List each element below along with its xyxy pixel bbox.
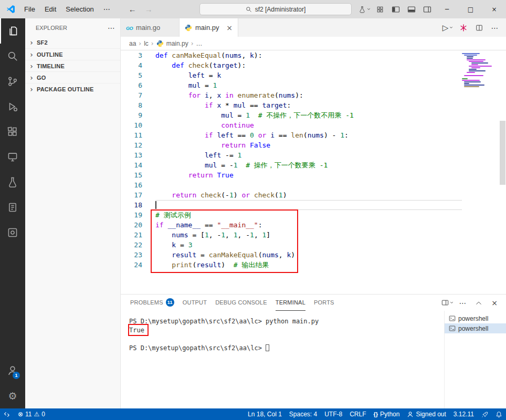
code-text[interactable]: mul = 1 # 不操作，下一个数不用乘 -1 bbox=[155, 110, 462, 120]
code-line[interactable]: 4 def check(target): bbox=[121, 60, 462, 70]
code-line[interactable]: 9 mul = 1 # 不操作，下一个数不用乘 -1 bbox=[121, 110, 462, 120]
menu-selection[interactable]: Selection bbox=[61, 0, 98, 18]
more-actions-icon[interactable]: ⋯ bbox=[457, 297, 469, 309]
breadcrumb-item[interactable]: … bbox=[196, 40, 203, 47]
code-text[interactable]: # 测试示例 bbox=[155, 210, 462, 220]
status-signed-out[interactable]: Signed out bbox=[403, 408, 449, 420]
menu-edit[interactable]: Edit bbox=[40, 0, 61, 18]
status-ln-18-col-1[interactable]: Ln 18, Col 1 bbox=[244, 408, 286, 420]
code-line[interactable]: 10 continue bbox=[121, 120, 462, 130]
line-number[interactable]: 4 bbox=[121, 60, 155, 70]
line-number[interactable]: 17 bbox=[121, 190, 155, 200]
line-number[interactable]: 13 bbox=[121, 150, 155, 160]
problems-status[interactable]: ⊗ 11 ⚠ 0 bbox=[14, 408, 49, 420]
code-text[interactable]: if left == 0 or i == len(nums) - 1: bbox=[155, 130, 462, 140]
account-icon[interactable]: 1 bbox=[0, 358, 25, 383]
panel-tab-terminal[interactable]: TERMINAL bbox=[276, 295, 305, 311]
code-text[interactable]: result = canMakeEqual(nums, k) bbox=[155, 250, 462, 260]
code-line[interactable]: 21 nums = [1, -1, 1, -1, 1] bbox=[121, 230, 462, 240]
customize-layout-icon[interactable] bbox=[372, 0, 388, 18]
code-line[interactable]: 23 result = canMakeEqual(nums, k) bbox=[121, 250, 462, 260]
source-control-icon[interactable] bbox=[0, 69, 25, 94]
code-line[interactable]: 11 if left == 0 or i == len(nums) - 1: bbox=[121, 130, 462, 140]
sidebar-section-package-outline[interactable]: ›PACKAGE OUTLINE bbox=[25, 83, 120, 94]
run-python-file-icon[interactable]: ▷ bbox=[441, 21, 455, 35]
line-number[interactable]: 3 bbox=[121, 50, 155, 60]
code-line[interactable]: 20if __name__ == "__main__": bbox=[121, 220, 462, 230]
breadcrumb-item[interactable]: aa bbox=[129, 40, 136, 47]
maximize-button[interactable]: □ bbox=[459, 0, 482, 18]
line-number[interactable]: 20 bbox=[121, 220, 155, 230]
code-text[interactable]: nums = [1, -1, 1, -1, 1] bbox=[155, 230, 462, 240]
explorer-icon[interactable] bbox=[0, 18, 25, 44]
breadcrumb[interactable]: aa›lc›main.py›… bbox=[121, 37, 506, 50]
code-text[interactable]: left = k bbox=[155, 70, 462, 80]
minimize-button[interactable]: ─ bbox=[435, 0, 459, 18]
line-number[interactable]: 14 bbox=[121, 160, 155, 170]
code-line[interactable]: 12 return False bbox=[121, 140, 462, 150]
code-line[interactable]: 17 return check(-1) or check(1) bbox=[121, 190, 462, 200]
line-number[interactable]: 21 bbox=[121, 230, 155, 240]
status-spaces-4[interactable]: Spaces: 4 bbox=[286, 408, 321, 420]
launcher[interactable] bbox=[478, 408, 492, 420]
extensions-icon[interactable] bbox=[0, 119, 25, 144]
scrollbar[interactable] bbox=[499, 50, 506, 294]
code-text[interactable]: continue bbox=[155, 120, 462, 130]
toggle-secondary-sidebar-icon[interactable] bbox=[419, 0, 435, 18]
panel-tab-problems[interactable]: PROBLEMS11 bbox=[130, 295, 174, 311]
line-number[interactable]: 19 bbox=[121, 210, 155, 220]
notifications-bell[interactable] bbox=[492, 408, 506, 420]
code-text[interactable]: left -= 1 bbox=[155, 150, 462, 160]
split-editor-icon[interactable] bbox=[472, 21, 486, 35]
line-number[interactable]: 10 bbox=[121, 120, 155, 130]
code-line[interactable]: 6 mul = 1 bbox=[121, 80, 462, 90]
status-utf-8[interactable]: UTF-8 bbox=[321, 408, 346, 420]
forward-arrow-icon[interactable]: → bbox=[145, 5, 153, 14]
code-line[interactable]: 14 mul = -1 # 操作，下一个数要乘 -1 bbox=[121, 160, 462, 170]
code-text[interactable]: def canMakeEqual(nums, k): bbox=[155, 50, 462, 60]
line-number[interactable]: 24 bbox=[121, 260, 155, 270]
line-number[interactable]: 9 bbox=[121, 110, 155, 120]
status-3-12-11[interactable]: 3.12.11 bbox=[450, 408, 478, 420]
remote-explorer-icon[interactable] bbox=[0, 144, 25, 170]
sidebar-section-outline[interactable]: ›OUTLINE bbox=[25, 48, 120, 60]
line-number[interactable]: 23 bbox=[121, 250, 155, 260]
code-line[interactable]: 5 left = k bbox=[121, 70, 462, 80]
code-text[interactable]: return check(-1) or check(1) bbox=[155, 190, 462, 200]
line-number[interactable]: 11 bbox=[121, 130, 155, 140]
code-text[interactable]: mul = 1 bbox=[155, 80, 462, 90]
code-text[interactable]: if __name__ == "__main__": bbox=[155, 220, 462, 230]
terminal-instance[interactable]: powershell bbox=[445, 323, 506, 333]
breadcrumb-item[interactable]: lc bbox=[144, 40, 149, 47]
panel-tab-ports[interactable]: PORTS bbox=[314, 295, 334, 311]
code-line[interactable]: 15 return True bbox=[121, 170, 462, 180]
code-line[interactable]: 8 if x * mul == target: bbox=[121, 100, 462, 110]
formatter-extension-icon[interactable] bbox=[457, 21, 470, 35]
tools-icon[interactable] bbox=[0, 220, 25, 245]
code-line[interactable]: 24 print(result) # 输出结果 bbox=[121, 260, 462, 270]
terminal-instance[interactable]: powershell bbox=[445, 313, 506, 323]
tab-main-py[interactable]: main.py× bbox=[180, 18, 238, 37]
line-number[interactable]: 8 bbox=[121, 100, 155, 110]
code-line[interactable]: 22 k = 3 bbox=[121, 240, 462, 250]
panel-tab-debug-console[interactable]: DEBUG CONSOLE bbox=[215, 295, 267, 311]
more-actions-icon[interactable]: ⋯ bbox=[108, 24, 115, 32]
scrollbar-thumb[interactable] bbox=[500, 121, 505, 185]
code-text[interactable]: for i, x in enumerate(nums): bbox=[155, 90, 462, 100]
panel-tab-output[interactable]: OUTPUT bbox=[183, 295, 207, 311]
toggle-panel-icon[interactable] bbox=[404, 0, 419, 18]
code-line[interactable]: 13 left -= 1 bbox=[121, 150, 462, 160]
back-arrow-icon[interactable]: ← bbox=[129, 5, 136, 14]
testing-icon[interactable] bbox=[0, 170, 25, 195]
flask-dropdown-icon[interactable] bbox=[356, 0, 372, 18]
remote-indicator-icon[interactable] bbox=[0, 408, 14, 420]
tab-main-go[interactable]: GOmain.go bbox=[121, 18, 180, 37]
minimap[interactable] bbox=[462, 50, 499, 294]
code-text[interactable]: mul = -1 # 操作，下一个数要乘 -1 bbox=[155, 160, 462, 170]
sidebar-section-timeline[interactable]: ›TIMELINE bbox=[25, 60, 120, 71]
code-line[interactable]: 16 bbox=[121, 180, 462, 190]
line-number[interactable]: 18 bbox=[121, 200, 155, 210]
line-number[interactable]: 22 bbox=[121, 240, 155, 250]
status-python[interactable]: {}Python bbox=[370, 408, 404, 420]
menu-overflow-icon[interactable]: ⋯ bbox=[99, 0, 115, 18]
